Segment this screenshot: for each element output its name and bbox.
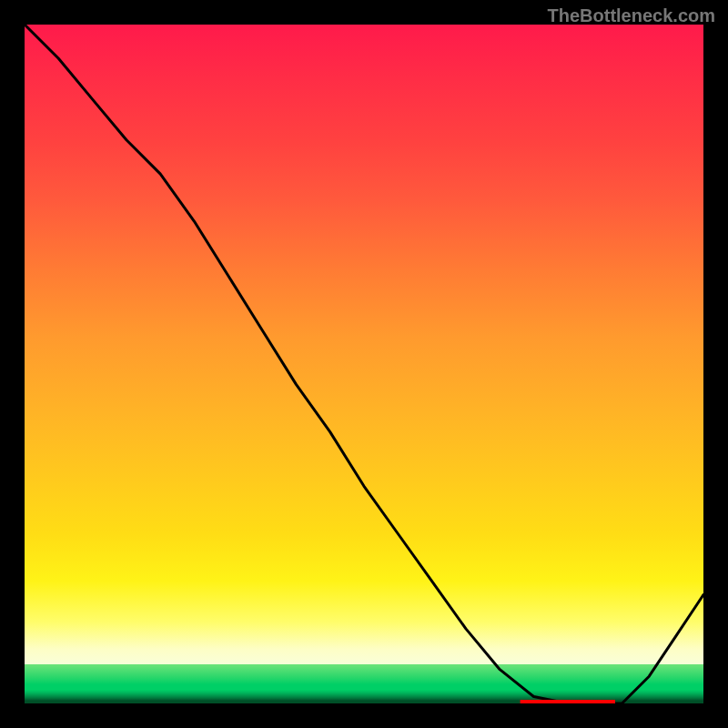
chart-marker-layer: [25, 25, 703, 703]
watermark-text: TheBottleneck.com: [548, 5, 715, 26]
page-root: TheBottleneck.com: [0, 0, 728, 728]
optimum-marker: [521, 700, 615, 703]
chart-plot-area: [25, 25, 703, 703]
